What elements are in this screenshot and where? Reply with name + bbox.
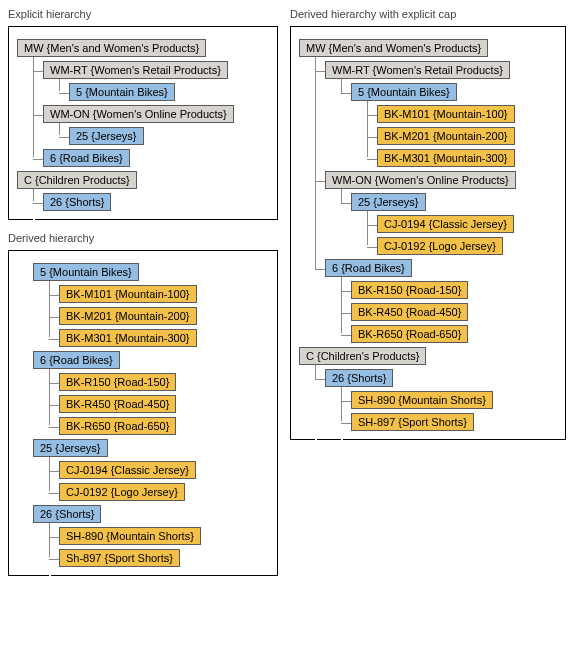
node-wmon: WM-ON {Women's Online Products} — [325, 171, 516, 189]
node-wmon: WM-ON {Women's Online Products} — [43, 105, 234, 123]
node-bkm201: BK-M201 {Mountain-200} — [59, 307, 197, 325]
node-5: 5 {Mountain Bikes} — [351, 83, 457, 101]
node-mw: MW {Men's and Women's Products} — [299, 39, 488, 57]
node-bkm301: BK-M301 {Mountain-300} — [377, 149, 515, 167]
node-mw: MW {Men's and Women's Products} — [17, 39, 206, 57]
node-cj0194: CJ-0194 {Classic Jersey} — [59, 461, 196, 479]
node-cj0192: CJ-0192 {Logo Jersey} — [59, 483, 185, 501]
tree-capped: MW {Men's and Women's Products} WM-RT {W… — [299, 39, 555, 431]
node-bkm101: BK-M101 {Mountain-100} — [377, 105, 515, 123]
right-column: Derived hierarchy with explicit cap MW {… — [290, 8, 566, 576]
node-bkm101: BK-M101 {Mountain-100} — [59, 285, 197, 303]
tree-explicit: MW {Men's and Women's Products} WM-RT {W… — [17, 39, 267, 211]
node-sh890: SH-890 {Mountain Shorts} — [351, 391, 493, 409]
node-c: C {Children Products} — [17, 171, 137, 189]
node-25: 25 {Jerseys} — [69, 127, 144, 145]
node-6: 6 {Road Bikes} — [43, 149, 130, 167]
node-6: 6 {Road Bikes} — [325, 259, 412, 277]
node-bkr650: BK-R650 {Road-650} — [59, 417, 176, 435]
node-bkm201: BK-M201 {Mountain-200} — [377, 127, 515, 145]
node-sh897: Sh-897 {Sport Shorts} — [59, 549, 180, 567]
node-wmrt: WM-RT {Women's Retail Products} — [43, 61, 228, 79]
node-sh890: SH-890 {Mountain Shorts} — [59, 527, 201, 545]
node-26: 26 {Shorts} — [43, 193, 111, 211]
panel-derived: 5 {Mountain Bikes} BK-M101 {Mountain-100… — [8, 250, 278, 576]
node-bkr150: BK-R150 {Road-150} — [59, 373, 176, 391]
node-wmrt: WM-RT {Women's Retail Products} — [325, 61, 510, 79]
node-bkr450: BK-R450 {Road-450} — [59, 395, 176, 413]
node-bkm301: BK-M301 {Mountain-300} — [59, 329, 197, 347]
node-25: 25 {Jerseys} — [33, 439, 108, 457]
node-bkr150: BK-R150 {Road-150} — [351, 281, 468, 299]
node-5: 5 {Mountain Bikes} — [33, 263, 139, 281]
node-cj0192: CJ-0192 {Logo Jersey} — [377, 237, 503, 255]
section-title-capped: Derived hierarchy with explicit cap — [290, 8, 566, 20]
node-bkr650: BK-R650 {Road-650} — [351, 325, 468, 343]
node-6: 6 {Road Bikes} — [33, 351, 120, 369]
tree-derived: 5 {Mountain Bikes} BK-M101 {Mountain-100… — [17, 263, 267, 567]
node-25: 25 {Jerseys} — [351, 193, 426, 211]
node-cj0194: CJ-0194 {Classic Jersey} — [377, 215, 514, 233]
panel-explicit: MW {Men's and Women's Products} WM-RT {W… — [8, 26, 278, 220]
section-title-derived: Derived hierarchy — [8, 232, 278, 244]
left-column: Explicit hierarchy MW {Men's and Women's… — [8, 8, 278, 576]
node-5: 5 {Mountain Bikes} — [69, 83, 175, 101]
layout-row: Explicit hierarchy MW {Men's and Women's… — [8, 8, 569, 576]
panel-capped: MW {Men's and Women's Products} WM-RT {W… — [290, 26, 566, 440]
node-bkr450: BK-R450 {Road-450} — [351, 303, 468, 321]
node-sh897: SH-897 {Sport Shorts} — [351, 413, 474, 431]
node-c: C {Children's Products} — [299, 347, 426, 365]
node-26: 26 {Shorts} — [33, 505, 101, 523]
node-26: 26 {Shorts} — [325, 369, 393, 387]
section-title-explicit: Explicit hierarchy — [8, 8, 278, 20]
